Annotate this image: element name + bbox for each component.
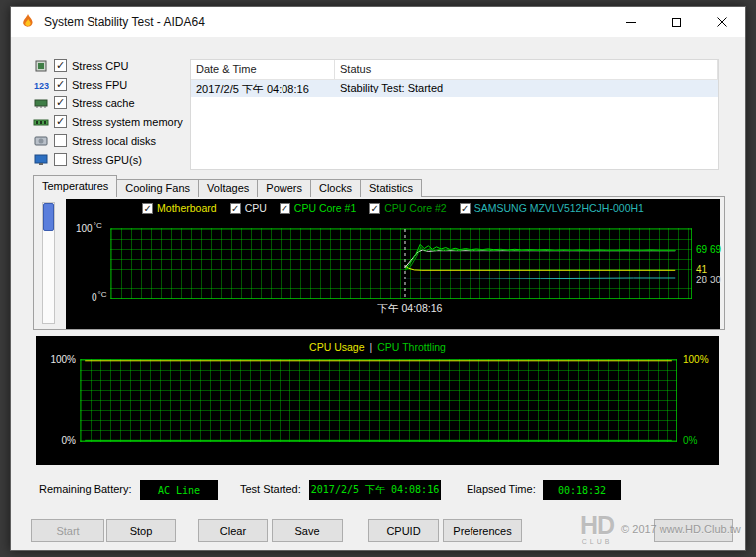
stress-option-label: Stress FPU — [72, 79, 127, 91]
title-separator: | — [370, 341, 373, 353]
test-started-value: 2017/2/5 下午 04:08:16 — [311, 483, 439, 497]
remaining-battery-label: Remaining Battery: — [39, 483, 132, 495]
legend-item-cpu-core-2: CPU Core #2 — [369, 202, 446, 214]
minimize-button[interactable] — [608, 7, 654, 37]
legend-item-samsung-ssd: SAMSUNG MZVLV512HCJH-000H1 — [460, 202, 644, 214]
legend-item-cpu: CPU — [230, 202, 267, 214]
stress-option-gpu[interactable]: Stress GPU(s) — [33, 150, 183, 169]
stress-cache-checkbox[interactable] — [54, 96, 67, 109]
cache-icon — [33, 96, 50, 110]
stress-memory-checkbox[interactable] — [54, 115, 67, 128]
usage-left-max-label: 100% — [44, 354, 76, 365]
tab-bar: Temperatures Cooling Fans Voltages Power… — [33, 175, 421, 197]
stress-option-cpu[interactable]: Stress CPU — [33, 56, 183, 75]
stress-option-memory[interactable]: Stress system memory — [33, 112, 183, 131]
window-controls — [608, 7, 745, 37]
stress-option-label: Stress cache — [72, 97, 135, 109]
maximize-icon — [672, 18, 681, 27]
legend-label: CPU Core #2 — [384, 202, 446, 214]
cpu-icon — [33, 59, 50, 73]
chart-value-label: 69 69 — [696, 244, 721, 255]
aida64-flame-icon — [20, 14, 36, 30]
scrollbar-thumb[interactable] — [43, 203, 54, 231]
battery-value-box: AC Line — [140, 480, 218, 500]
svg-text:123: 123 — [34, 81, 49, 91]
stop-button[interactable]: Stop — [106, 519, 176, 542]
gpu-icon — [33, 153, 50, 167]
tab-statistics[interactable]: Statistics — [360, 179, 422, 197]
clear-button[interactable]: Clear — [198, 519, 268, 542]
memory-icon — [33, 115, 50, 129]
y-axis-min-label: 0°C — [92, 290, 107, 303]
stress-fpu-checkbox[interactable] — [54, 78, 67, 91]
stress-disks-checkbox[interactable] — [54, 134, 67, 147]
hdclub-logo: HD CLUB — [580, 513, 614, 545]
usage-plot-area — [80, 359, 677, 442]
current-value-labels: 69 694128 30 — [696, 228, 722, 299]
usage-left-min-label: 0% — [44, 435, 76, 446]
app-window: System Stability Test - AIDA64 St — [10, 6, 746, 551]
close-button[interactable] — [654, 519, 733, 542]
legend-item-cpu-core-1: CPU Core #1 — [280, 202, 356, 214]
cpu-throttling-title: CPU Throttling — [377, 341, 446, 353]
legend-checkbox[interactable] — [142, 203, 153, 214]
stress-options-list: Stress CPU 123 Stress FPU Stress cache — [33, 56, 183, 169]
elapsed-time-value: 00:18:32 — [558, 485, 606, 496]
fpu-icon: 123 — [33, 78, 50, 92]
legend-label: SAMSUNG MZVLV512HCJH-000H1 — [474, 202, 644, 214]
stress-cpu-checkbox[interactable] — [54, 59, 67, 72]
usage-right-max-label: 100% — [683, 354, 709, 365]
legend-checkbox[interactable] — [460, 203, 471, 214]
legend-label: Motherboard — [157, 202, 217, 214]
tab-clocks[interactable]: Clocks — [310, 179, 361, 197]
legend-item-motherboard: Motherboard — [142, 202, 217, 214]
start-button[interactable]: Start — [31, 519, 104, 542]
cpu-usage-chart: CPU Usage | CPU Throttling 100% 0% 100% … — [36, 336, 719, 465]
event-log-table: Date & Time Status 2017/2/5 下午 04:08:16 … — [190, 59, 719, 170]
chart-legend: Motherboard CPU CPU Core #1 CPU Core #2 — [66, 202, 720, 214]
preferences-button[interactable]: Preferences — [443, 519, 522, 542]
titlebar: System Stability Test - AIDA64 — [11, 7, 745, 37]
hard-disk-icon — [33, 134, 50, 148]
tab-temperatures[interactable]: Temperatures — [33, 175, 117, 197]
time-axis-label: 下午 04:08:16 — [360, 302, 460, 316]
usage-chart-title: CPU Usage | CPU Throttling — [36, 341, 719, 353]
elapsed-time-label: Elapsed Time: — [467, 483, 536, 495]
tab-cooling-fans[interactable]: Cooling Fans — [116, 179, 199, 197]
log-cell-status: Stability Test: Started — [335, 80, 718, 97]
test-started-value-box: 2017/2/5 下午 04:08:16 — [309, 480, 441, 500]
titlebar-close-button[interactable] — [699, 7, 745, 37]
legend-checkbox[interactable] — [280, 203, 290, 214]
tab-powers[interactable]: Powers — [257, 179, 311, 197]
stress-option-cache[interactable]: Stress cache — [33, 93, 183, 112]
elapsed-time-value-box: 00:18:32 — [543, 480, 621, 500]
temperature-chart: Motherboard CPU CPU Core #1 CPU Core #2 — [66, 199, 720, 329]
cpu-usage-title: CPU Usage — [309, 341, 364, 353]
stress-option-fpu[interactable]: 123 Stress FPU — [33, 75, 183, 93]
table-header: Date & Time Status — [191, 60, 718, 80]
tab-voltages[interactable]: Voltages — [198, 179, 258, 197]
history-scrollbar[interactable] — [42, 202, 55, 324]
cpuid-button[interactable]: CPUID — [368, 519, 439, 542]
temperature-plot-area — [110, 228, 692, 299]
screenshot-background: System Stability Test - AIDA64 St — [0, 0, 756, 557]
legend-label: CPU — [245, 202, 267, 214]
log-cell-datetime: 2017/2/5 下午 04:08:16 — [191, 80, 335, 97]
stress-option-label: Stress system memory — [72, 116, 183, 128]
usage-right-min-label: 0% — [683, 435, 697, 446]
legend-checkbox[interactable] — [230, 203, 241, 214]
legend-checkbox[interactable] — [369, 203, 380, 214]
column-header-datetime[interactable]: Date & Time — [191, 60, 335, 79]
column-header-status[interactable]: Status — [335, 60, 718, 79]
minimize-icon — [626, 22, 636, 23]
test-started-label: Test Started: — [240, 483, 301, 495]
legend-label: CPU Core #1 — [294, 202, 356, 214]
stress-option-disks[interactable]: Stress local disks — [33, 131, 183, 150]
save-button[interactable]: Save — [272, 519, 343, 542]
stress-option-label: Stress GPU(s) — [72, 154, 142, 166]
stress-option-label: Stress local disks — [72, 135, 156, 147]
log-row[interactable]: 2017/2/5 下午 04:08:16 Stability Test: Sta… — [191, 80, 718, 97]
maximize-button[interactable] — [654, 7, 699, 37]
temperatures-tab-panel: Motherboard CPU CPU Core #1 CPU Core #2 — [33, 196, 725, 330]
stress-gpu-checkbox[interactable] — [54, 153, 67, 166]
